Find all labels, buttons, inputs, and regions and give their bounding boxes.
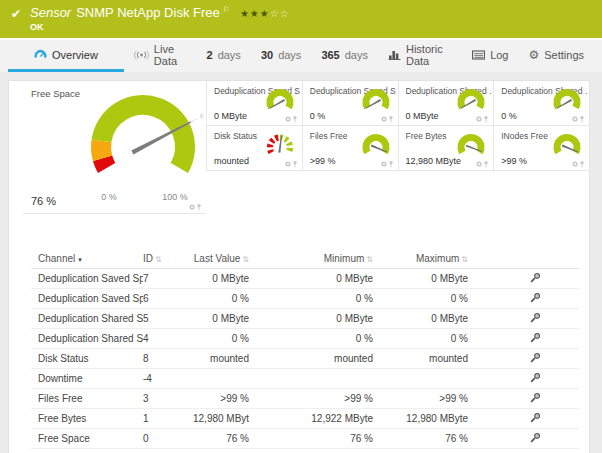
- tab-historic-data[interactable]: Historic Data: [378, 40, 462, 72]
- gauge-tile[interactable]: Deduplication Shared ... 0 %: [493, 81, 589, 126]
- channel-id: 3: [143, 389, 193, 409]
- channel-gauge: [357, 133, 395, 160]
- channel-table: Channel▾ ID⇅ Last Value⇅ Minimum⇅ Maximu…: [31, 248, 579, 453]
- gauge-tile[interactable]: Disk Status mounted: [206, 126, 302, 171]
- table-row[interactable]: Deduplication Shared S... 5 0 MByte 0 MB…: [31, 309, 579, 329]
- table-row[interactable]: Deduplication Shared S... 4 0 % 0 % 0 %: [31, 329, 579, 349]
- stars-empty[interactable]: ☆☆: [270, 8, 290, 19]
- table-row[interactable]: Deduplication Saved Sp... 6 0 % 0 % 0 %: [31, 289, 579, 309]
- channel-name[interactable]: Files Free: [31, 389, 143, 409]
- channel-name[interactable]: Downtime: [31, 369, 143, 389]
- tab-label: Live Data: [154, 43, 187, 67]
- channel-name[interactable]: Free Space: [31, 429, 143, 449]
- channel-settings-icon[interactable]: [530, 372, 541, 383]
- min-value: >99 %: [249, 449, 373, 453]
- max-value: 12,980 MByte: [373, 409, 468, 429]
- main-gauge-tile[interactable]: Free Space x0 %100 % 76 %: [23, 81, 206, 214]
- table-row[interactable]: Deduplication Saved Sp... 7 0 MByte 0 MB…: [31, 269, 579, 289]
- gear-pin-icons: [571, 115, 586, 123]
- gauge-tile[interactable]: Free Bytes 12,980 MByte: [398, 126, 494, 171]
- tile-corner-icons[interactable]: [475, 160, 490, 168]
- content-area: Free Space x0 %100 % 76 % Deduplication …: [0, 72, 602, 453]
- gauge-tile[interactable]: Deduplication Saved S... 0 %: [302, 81, 398, 126]
- channel-settings-icon[interactable]: [530, 432, 541, 443]
- page-title: SNMP NetApp Disk Free: [76, 5, 220, 20]
- column-header-channel[interactable]: Channel▾: [31, 248, 143, 269]
- channel-settings-icon[interactable]: [530, 332, 541, 343]
- gear-wrench-icon: [530, 412, 541, 423]
- tab-30-days[interactable]: 30 days: [251, 40, 312, 72]
- column-header-last-value[interactable]: Last Value⇅: [193, 248, 249, 269]
- gear-wrench-icon: [530, 372, 541, 383]
- gauge-tile[interactable]: INodes Free >99 %: [493, 126, 589, 171]
- gauge-tile[interactable]: Files Free >99 %: [302, 126, 398, 171]
- channel-name[interactable]: Deduplication Shared S...: [31, 309, 143, 329]
- table-row[interactable]: Disk Status 8 mounted mounted mounted: [31, 349, 579, 369]
- max-value: 0 %: [373, 329, 468, 349]
- column-header-id[interactable]: ID⇅: [143, 248, 193, 269]
- tile-corner-icons[interactable]: [380, 160, 395, 168]
- tab-overview[interactable]: Overview: [8, 40, 124, 72]
- channel-table-body: Deduplication Saved Sp... 7 0 MByte 0 MB…: [31, 269, 579, 453]
- column-label: Channel: [38, 253, 75, 264]
- tab-365-days[interactable]: 365 days: [311, 40, 378, 72]
- gear-pin-icons: [475, 160, 490, 168]
- gauge-tile[interactable]: Deduplication Shared ... 0 MByte: [398, 81, 494, 126]
- channel-id: -4: [143, 369, 193, 389]
- gear-icon: ⚙: [528, 49, 539, 61]
- gear-wrench-icon: [530, 292, 541, 303]
- tab-settings[interactable]: ⚙ Settings: [518, 40, 594, 72]
- tab-bar: Overview Live Data 2 days 30 days 365 da…: [0, 38, 602, 72]
- channel-settings-icon[interactable]: [530, 352, 541, 363]
- channel-settings-icon[interactable]: [530, 392, 541, 403]
- tile-corner-icons[interactable]: [571, 115, 586, 123]
- channel-name[interactable]: Free Bytes: [31, 409, 143, 429]
- column-header-maximum[interactable]: Maximum⇅: [373, 248, 468, 269]
- channel-name[interactable]: Deduplication Saved Sp...: [31, 269, 143, 289]
- tile-corner-icons[interactable]: [284, 160, 299, 168]
- table-row[interactable]: Files Free 3 >99 % >99 % >99 %: [31, 389, 579, 409]
- star-rating[interactable]: ★★★☆☆: [240, 8, 290, 19]
- max-value: 76 %: [373, 429, 468, 449]
- last-value: mounted: [193, 349, 249, 369]
- min-value: 0 %: [249, 329, 373, 349]
- gauge-value: 0 MByte: [214, 111, 247, 121]
- tile-corner-icons[interactable]: [284, 115, 299, 123]
- channel-name[interactable]: INodes Free: [31, 449, 143, 453]
- gauge-value: 0 %: [310, 111, 326, 121]
- channel-settings-icon[interactable]: [530, 272, 541, 283]
- tile-corner-icons[interactable]: [571, 160, 586, 168]
- last-value: 0 MByte: [193, 309, 249, 329]
- tile-corner-icons[interactable]: [380, 115, 395, 123]
- channel-settings-icon[interactable]: [530, 292, 541, 303]
- tab-2-days[interactable]: 2 days: [197, 40, 251, 72]
- stars-filled[interactable]: ★★★: [240, 8, 270, 19]
- flag-icon[interactable]: ⚐: [223, 5, 230, 14]
- table-row[interactable]: Downtime -4: [31, 369, 579, 389]
- table-row[interactable]: Free Bytes 1 12,980 MByte 12,922 MByte 1…: [31, 409, 579, 429]
- table-row[interactable]: Free Space 0 76 % 76 % 76 %: [31, 429, 579, 449]
- tab-log[interactable]: Log: [462, 40, 518, 72]
- channel-name[interactable]: Disk Status: [31, 349, 143, 369]
- max-value: 0 MByte: [373, 269, 468, 289]
- tab-label-number: 365: [321, 49, 339, 61]
- sort-icon: ⇅: [242, 255, 249, 264]
- max-value: 0 MByte: [373, 309, 468, 329]
- max-value: mounted: [373, 349, 468, 369]
- log-icon: [472, 50, 485, 60]
- tab-live-data[interactable]: Live Data: [124, 40, 197, 72]
- channel-name[interactable]: Deduplication Shared S...: [31, 329, 143, 349]
- channel-name[interactable]: Deduplication Saved Sp...: [31, 289, 143, 309]
- channel-settings-icon[interactable]: [530, 312, 541, 323]
- gauge-value: >99 %: [501, 156, 527, 166]
- column-header-minimum[interactable]: Minimum⇅: [249, 248, 373, 269]
- table-row[interactable]: INodes Free 2 >99 % >99 % >99 %: [31, 449, 579, 453]
- tab-label: Log: [490, 49, 508, 61]
- gauge-tile[interactable]: Deduplication Saved S... 0 MByte: [206, 81, 302, 126]
- channel-settings-icon[interactable]: [530, 412, 541, 423]
- sensor-title-line: SensorSNMP NetApp Disk Free⚐★★★☆☆: [30, 5, 290, 20]
- max-value: >99 %: [373, 449, 468, 453]
- tile-corner-icons[interactable]: [188, 203, 203, 211]
- tile-corner-icons[interactable]: [475, 115, 490, 123]
- svg-text:100 %: 100 %: [162, 192, 188, 202]
